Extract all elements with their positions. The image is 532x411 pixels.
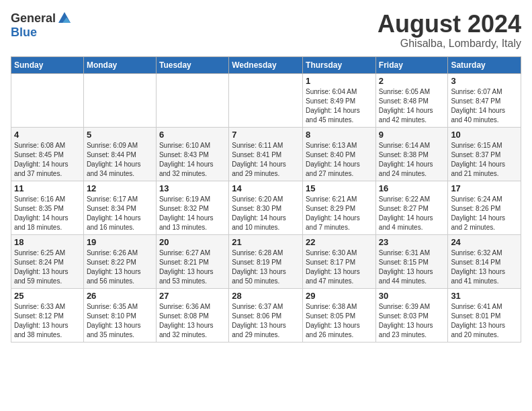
day-number: 2 bbox=[379, 76, 445, 86]
day-info: Sunrise: 6:39 AM Sunset: 8:03 PM Dayligh… bbox=[379, 302, 445, 340]
day-number: 19 bbox=[87, 237, 153, 247]
logo-general: General bbox=[11, 11, 56, 26]
day-number: 13 bbox=[159, 183, 226, 193]
day-info: Sunrise: 6:10 AM Sunset: 8:43 PM Dayligh… bbox=[159, 141, 226, 179]
day-info: Sunrise: 6:33 AM Sunset: 8:12 PM Dayligh… bbox=[14, 302, 81, 340]
day-info: Sunrise: 6:07 AM Sunset: 8:47 PM Dayligh… bbox=[451, 87, 518, 125]
day-number: 30 bbox=[379, 291, 445, 301]
day-number: 27 bbox=[159, 291, 226, 301]
day-info: Sunrise: 6:14 AM Sunset: 8:38 PM Dayligh… bbox=[379, 141, 445, 179]
day-info: Sunrise: 6:04 AM Sunset: 8:49 PM Dayligh… bbox=[306, 87, 373, 125]
day-info: Sunrise: 6:13 AM Sunset: 8:40 PM Dayligh… bbox=[306, 141, 373, 179]
column-header-tuesday: Tuesday bbox=[156, 56, 228, 73]
calendar-cell bbox=[83, 73, 156, 127]
calendar-week-row: 4Sunrise: 6:08 AM Sunset: 8:45 PM Daylig… bbox=[11, 127, 521, 181]
calendar-cell: 8Sunrise: 6:13 AM Sunset: 8:40 PM Daylig… bbox=[303, 127, 376, 181]
day-number: 23 bbox=[379, 237, 445, 247]
day-info: Sunrise: 6:32 AM Sunset: 8:14 PM Dayligh… bbox=[451, 248, 518, 286]
calendar-cell: 31Sunrise: 6:41 AM Sunset: 8:01 PM Dayli… bbox=[448, 288, 521, 342]
calendar-cell: 15Sunrise: 6:21 AM Sunset: 8:29 PM Dayli… bbox=[303, 181, 376, 234]
day-info: Sunrise: 6:31 AM Sunset: 8:15 PM Dayligh… bbox=[379, 248, 445, 286]
calendar-cell bbox=[156, 73, 228, 127]
day-info: Sunrise: 6:11 AM Sunset: 8:41 PM Dayligh… bbox=[232, 141, 300, 179]
day-number: 29 bbox=[306, 291, 373, 301]
day-number: 10 bbox=[451, 130, 518, 140]
page-header: General Blue August 2024 Ghisalba, Lomba… bbox=[11, 11, 521, 50]
day-number: 25 bbox=[14, 291, 81, 301]
calendar-cell: 10Sunrise: 6:15 AM Sunset: 8:37 PM Dayli… bbox=[448, 127, 521, 181]
day-info: Sunrise: 6:28 AM Sunset: 8:19 PM Dayligh… bbox=[232, 248, 300, 286]
calendar-cell: 27Sunrise: 6:36 AM Sunset: 8:08 PM Dayli… bbox=[156, 288, 228, 342]
logo-blue: Blue bbox=[11, 26, 37, 40]
calendar-cell: 30Sunrise: 6:39 AM Sunset: 8:03 PM Dayli… bbox=[375, 288, 448, 342]
day-info: Sunrise: 6:37 AM Sunset: 8:06 PM Dayligh… bbox=[232, 302, 300, 340]
day-number: 24 bbox=[451, 237, 518, 247]
calendar-cell bbox=[229, 73, 303, 127]
calendar-cell: 12Sunrise: 6:17 AM Sunset: 8:34 PM Dayli… bbox=[83, 181, 156, 234]
day-number: 1 bbox=[306, 76, 373, 86]
day-number: 9 bbox=[379, 130, 445, 140]
day-number: 28 bbox=[232, 291, 300, 301]
title-block: August 2024 Ghisalba, Lombardy, Italy bbox=[378, 11, 521, 50]
calendar-cell: 14Sunrise: 6:20 AM Sunset: 8:30 PM Dayli… bbox=[229, 181, 303, 234]
day-number: 7 bbox=[232, 130, 300, 140]
calendar-week-row: 11Sunrise: 6:16 AM Sunset: 8:35 PM Dayli… bbox=[11, 181, 521, 234]
day-number: 26 bbox=[87, 291, 153, 301]
day-info: Sunrise: 6:25 AM Sunset: 8:24 PM Dayligh… bbox=[14, 248, 81, 286]
day-number: 16 bbox=[379, 183, 445, 193]
calendar-cell: 28Sunrise: 6:37 AM Sunset: 8:06 PM Dayli… bbox=[229, 288, 303, 342]
column-header-thursday: Thursday bbox=[303, 56, 376, 73]
day-number: 21 bbox=[232, 237, 300, 247]
day-info: Sunrise: 6:27 AM Sunset: 8:21 PM Dayligh… bbox=[159, 248, 226, 286]
calendar-cell: 11Sunrise: 6:16 AM Sunset: 8:35 PM Dayli… bbox=[11, 181, 84, 234]
calendar-week-row: 18Sunrise: 6:25 AM Sunset: 8:24 PM Dayli… bbox=[11, 234, 521, 288]
calendar-cell: 9Sunrise: 6:14 AM Sunset: 8:38 PM Daylig… bbox=[375, 127, 448, 181]
calendar-cell: 4Sunrise: 6:08 AM Sunset: 8:45 PM Daylig… bbox=[11, 127, 84, 181]
day-number: 17 bbox=[451, 183, 518, 193]
day-info: Sunrise: 6:35 AM Sunset: 8:10 PM Dayligh… bbox=[87, 302, 153, 340]
day-info: Sunrise: 6:15 AM Sunset: 8:37 PM Dayligh… bbox=[451, 141, 518, 179]
day-info: Sunrise: 6:16 AM Sunset: 8:35 PM Dayligh… bbox=[14, 195, 81, 232]
logo: General Blue bbox=[11, 11, 72, 40]
day-number: 20 bbox=[159, 237, 226, 247]
day-info: Sunrise: 6:22 AM Sunset: 8:27 PM Dayligh… bbox=[379, 195, 445, 232]
column-header-wednesday: Wednesday bbox=[229, 56, 303, 73]
calendar-cell: 22Sunrise: 6:30 AM Sunset: 8:17 PM Dayli… bbox=[303, 234, 376, 288]
day-number: 4 bbox=[14, 130, 81, 140]
day-number: 6 bbox=[159, 130, 226, 140]
calendar-cell: 5Sunrise: 6:09 AM Sunset: 8:44 PM Daylig… bbox=[83, 127, 156, 181]
calendar-cell: 19Sunrise: 6:26 AM Sunset: 8:22 PM Dayli… bbox=[83, 234, 156, 288]
column-header-monday: Monday bbox=[83, 56, 156, 73]
day-info: Sunrise: 6:26 AM Sunset: 8:22 PM Dayligh… bbox=[87, 248, 153, 286]
calendar-cell: 18Sunrise: 6:25 AM Sunset: 8:24 PM Dayli… bbox=[11, 234, 84, 288]
calendar-cell: 21Sunrise: 6:28 AM Sunset: 8:19 PM Dayli… bbox=[229, 234, 303, 288]
calendar-cell: 16Sunrise: 6:22 AM Sunset: 8:27 PM Dayli… bbox=[375, 181, 448, 234]
day-number: 11 bbox=[14, 183, 81, 193]
day-number: 5 bbox=[87, 130, 153, 140]
calendar-cell bbox=[11, 73, 84, 127]
day-number: 14 bbox=[232, 183, 300, 193]
day-info: Sunrise: 6:41 AM Sunset: 8:01 PM Dayligh… bbox=[451, 302, 518, 340]
column-header-saturday: Saturday bbox=[448, 56, 521, 73]
day-info: Sunrise: 6:09 AM Sunset: 8:44 PM Dayligh… bbox=[87, 141, 153, 179]
calendar-cell: 23Sunrise: 6:31 AM Sunset: 8:15 PM Dayli… bbox=[375, 234, 448, 288]
day-number: 8 bbox=[306, 130, 373, 140]
day-info: Sunrise: 6:17 AM Sunset: 8:34 PM Dayligh… bbox=[87, 195, 153, 232]
day-info: Sunrise: 6:30 AM Sunset: 8:17 PM Dayligh… bbox=[306, 248, 373, 286]
column-header-friday: Friday bbox=[375, 56, 448, 73]
day-number: 3 bbox=[451, 76, 518, 86]
day-info: Sunrise: 6:38 AM Sunset: 8:05 PM Dayligh… bbox=[306, 302, 373, 340]
calendar-cell: 25Sunrise: 6:33 AM Sunset: 8:12 PM Dayli… bbox=[11, 288, 84, 342]
calendar-cell: 17Sunrise: 6:24 AM Sunset: 8:26 PM Dayli… bbox=[448, 181, 521, 234]
logo-icon bbox=[57, 11, 72, 26]
calendar-cell: 20Sunrise: 6:27 AM Sunset: 8:21 PM Dayli… bbox=[156, 234, 228, 288]
calendar-cell: 13Sunrise: 6:19 AM Sunset: 8:32 PM Dayli… bbox=[156, 181, 228, 234]
day-info: Sunrise: 6:20 AM Sunset: 8:30 PM Dayligh… bbox=[232, 195, 300, 232]
day-number: 12 bbox=[87, 183, 153, 193]
calendar-cell: 3Sunrise: 6:07 AM Sunset: 8:47 PM Daylig… bbox=[448, 73, 521, 127]
day-number: 15 bbox=[306, 183, 373, 193]
calendar-cell: 2Sunrise: 6:05 AM Sunset: 8:48 PM Daylig… bbox=[375, 73, 448, 127]
day-info: Sunrise: 6:24 AM Sunset: 8:26 PM Dayligh… bbox=[451, 195, 518, 232]
day-number: 18 bbox=[14, 237, 81, 247]
calendar-week-row: 25Sunrise: 6:33 AM Sunset: 8:12 PM Dayli… bbox=[11, 288, 521, 342]
